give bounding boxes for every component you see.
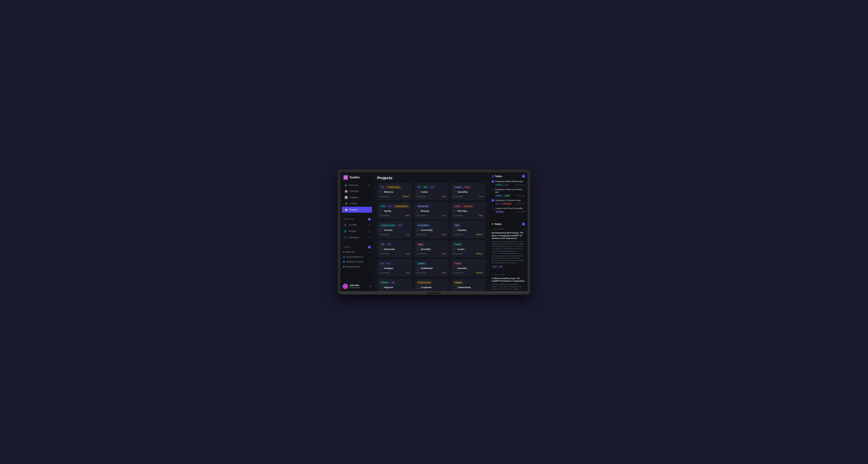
sidebar-project-inteligex[interactable]: ◈ Inteligex 23: [340, 228, 374, 234]
project-card[interactable]: ParallaxBike ▦ Gameflex @ johndoe Low: [451, 183, 486, 200]
todo-title: Create a User Flow for Soundify: [495, 207, 523, 210]
todo-date: Nov 30, 2020: [516, 211, 525, 213]
card-tags: ParallaxBike: [454, 186, 483, 189]
project-card[interactable]: Music ▦ Soundify @ johndoe High: [414, 240, 449, 257]
project-card[interactable]: Course ▦ iLearn @ johndoe Medium: [451, 240, 486, 257]
tag: Parallax: [454, 186, 463, 189]
project-card[interactable]: Camera ▦ Camerastop @ johndoe Medium: [451, 278, 486, 291]
analytics-icon: 📊: [345, 196, 348, 199]
todo-meta: User-flow Nov 30, 2020: [495, 210, 525, 213]
user-at-icon: @: [454, 291, 455, 291]
user-at-icon: @: [380, 291, 382, 291]
pencil-icon: ✏: [492, 228, 493, 230]
tag: UX: [380, 186, 385, 189]
project-card[interactable]: Payroll ▦ Earnetto @ johndoe Medium: [451, 259, 486, 276]
task-label: Dashboard Screen: [346, 261, 364, 263]
more-options-icon[interactable]: ···: [523, 273, 525, 276]
sidebar-task-dashboard[interactable]: Dashboard Screen 5: [340, 259, 374, 264]
card-tags: Screen RecorderUX: [380, 224, 409, 227]
navbar-color-dot: [343, 266, 345, 267]
project-card[interactable]: UXCryptocurrency ▦ Minterra @ johndoe Me…: [377, 183, 412, 200]
card-priority: Low: [406, 291, 409, 291]
project-card[interactable]: Cryptocurrency ▦ Cryptrade @ johndoe Hig…: [414, 278, 449, 291]
card-priority: Low: [406, 272, 409, 274]
card-title-row: ▦ Minterra: [380, 191, 409, 194]
card-footer: @ johndoe High: [417, 233, 446, 236]
add-task-btn[interactable]: +: [368, 246, 371, 248]
note-tags: TechAI: [492, 265, 525, 268]
card-name: Minterra: [384, 191, 393, 193]
card-priority: Medium: [476, 272, 483, 274]
laptop-frame: TaskGo ▦ Overview ▾📅 Calendar 📊 Analytic…: [338, 169, 530, 295]
card-user: @ johndoe: [417, 195, 426, 197]
card-icon: ▦: [454, 209, 457, 213]
todo-top: Designing a Heath-care System App: [492, 188, 525, 194]
card-icon: ▦: [417, 191, 420, 194]
note-date-row: ✏ Nov 24, 2023: [492, 273, 504, 275]
card-title-row: ▦ iLearn: [454, 248, 483, 251]
tag: Cryptocurrency: [386, 186, 401, 189]
project-card[interactable]: AnimeStreaming ▦ MovTaku @ johndoe High: [451, 202, 486, 219]
sidebar-item-analytics[interactable]: 📊 Analytics: [342, 195, 372, 200]
project-card[interactable]: Social Media ▦ Connectify @ johndoe High: [414, 221, 449, 238]
sidebar-project-soundify[interactable]: ◈ Soundify 11: [340, 222, 374, 228]
todo-top: ✓ Designing a Mobile Banking App: [492, 180, 525, 183]
notes-title: ✏ Notes: [492, 223, 502, 226]
sidebar-task-social[interactable]: Social Media Post 9: [340, 255, 374, 259]
avatar: J: [343, 284, 348, 289]
project-card[interactable]: Screen RecorderUX ▦ Xcorder @ johndoe Lo…: [377, 221, 412, 238]
project-card[interactable]: AIIDEUX ▦ Codex @ johndoe High: [414, 183, 449, 200]
sidebar-item-overview[interactable]: ▦ Overview ▾: [342, 182, 372, 188]
card-user: @ johndoe: [417, 214, 426, 217]
todo-checkbox[interactable]: ✓: [492, 180, 494, 183]
card-footer: @ johndoe Medium: [380, 195, 409, 197]
project-card[interactable]: Meeting App ▦ Meetzip @ johndoe Low: [414, 202, 449, 219]
user-at-icon: @: [454, 272, 455, 274]
projects-icon: 📁: [345, 208, 348, 211]
note-header: ✏ Nov 23, 2023 ···: [492, 228, 525, 231]
add-note-btn[interactable]: +: [522, 223, 525, 226]
card-priority: High: [442, 291, 446, 291]
add-todo-btn[interactable]: +: [522, 175, 525, 178]
project-count: 11: [369, 224, 371, 226]
more-options-icon[interactable]: ···: [523, 228, 525, 231]
tag: Course: [454, 243, 462, 246]
project-card[interactable]: DMS ▦ Cloudoc @ johndoe Medium: [451, 221, 486, 238]
todos-section: ⊞ Todos + ✓ Designing a Mobile Banking A…: [489, 172, 528, 218]
project-card[interactable]: FinanceUX ▦ Hypurse @ johndoe Low: [377, 278, 412, 291]
tag: UX: [386, 243, 392, 246]
todo-tag: System: [495, 195, 503, 197]
project-card[interactable]: Weather ▦ GoWeather @ johndoe High: [414, 259, 449, 276]
project-label: GoWeather: [348, 236, 359, 239]
sidebar-item-activity[interactable]: ⚡ Activity: [342, 201, 372, 206]
projects-section-header: PROJECTS +: [340, 216, 374, 222]
card-user: @ johndoe: [380, 272, 389, 274]
project-card[interactable]: AIUX ▦ Inteligex @ johndoe Low: [377, 259, 412, 276]
project-card[interactable]: HRUX ▦ Infocareer @ johndoe Low: [377, 240, 412, 257]
sidebar-item-calendar[interactable]: 📅 Calendar: [342, 188, 372, 194]
todos-title: ⊞ Todos: [492, 175, 502, 178]
user-profile[interactable]: J John Doe Free Account ⚙: [340, 281, 374, 291]
user-at-icon: @: [380, 214, 382, 217]
tag: Social Media: [417, 224, 430, 227]
card-user: @ johndoe: [380, 195, 389, 197]
add-project-btn[interactable]: +: [368, 218, 371, 221]
card-priority: Medium: [402, 195, 409, 197]
card-name: Cryptrade: [421, 286, 432, 289]
note-date: Nov 24, 2023: [494, 273, 504, 275]
sidebar-task-navbar[interactable]: Navigation Bar 3: [340, 264, 374, 269]
todo-checkbox[interactable]: [492, 207, 494, 210]
nav-label: Analytics: [349, 196, 359, 199]
sidebar-item-projects[interactable]: 📁 Projects: [342, 207, 372, 213]
note-date-row: ✏ Nov 23, 2023: [492, 228, 504, 230]
tag: HR: [380, 243, 385, 246]
todo-checkbox[interactable]: ✓: [492, 199, 494, 202]
sidebar-project-goweather[interactable]: ◈ GoWeather 33: [340, 234, 374, 241]
card-footer: @ johndoe Low: [380, 233, 409, 236]
settings-icon[interactable]: ⚙: [369, 285, 371, 288]
task-count: 3: [370, 251, 371, 253]
soundify-icon: ◈: [343, 223, 347, 227]
todo-checkbox[interactable]: [492, 188, 494, 191]
sidebar-task-mockups[interactable]: Mock-ups 3: [340, 250, 374, 255]
project-card[interactable]: NFTUXCryptocurrency ▦ Xntrify @ johndoe …: [377, 202, 412, 219]
